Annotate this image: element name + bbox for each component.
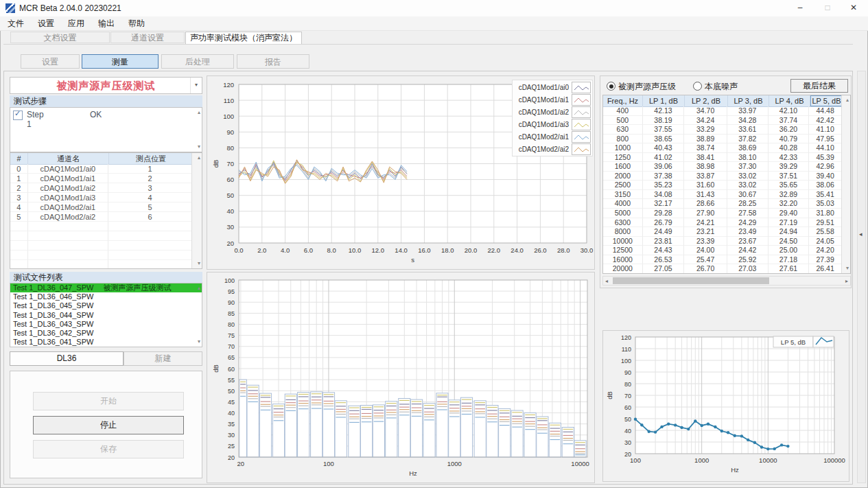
radio-background-noise[interactable]: 本底噪声 xyxy=(693,82,738,93)
table-row[interactable]: 125041.0238.4138.1042.3345.39 xyxy=(603,153,842,163)
list-item[interactable]: Test 1_DL36_044_SPW xyxy=(10,311,202,320)
table-row[interactable]: 0cDAQ1Mod1/ai01 xyxy=(10,164,192,174)
svg-text:40: 40 xyxy=(624,428,631,434)
radio-measured-source[interactable]: 被测声源声压级 xyxy=(607,82,676,93)
lp-column-header[interactable]: Freq., Hz xyxy=(603,95,643,106)
lp-table-hscrollbar[interactable]: ◂ ▸ xyxy=(602,276,851,286)
start-button[interactable]: 开始 xyxy=(33,392,184,410)
channel-table-scrollbar[interactable]: ▴ ▾ xyxy=(191,153,202,268)
cell: 0 xyxy=(10,164,28,174)
final-result-button[interactable]: 最后结果 xyxy=(790,79,848,93)
steps-list[interactable]: ✓ Step 1 OK ▴ ▾ xyxy=(10,107,202,152)
test-type-dropdown[interactable]: 被测声源声压级测试 ▾ xyxy=(10,77,202,94)
tab-report[interactable]: 报告 xyxy=(237,54,309,69)
tab-channel-settings[interactable]: 通道设置 xyxy=(110,32,185,43)
table-row[interactable]: 2cDAQ1Mod1/ai23 xyxy=(10,183,192,193)
scroll-down-icon[interactable]: ▾ xyxy=(198,144,200,150)
stop-button[interactable]: 停止 xyxy=(33,416,184,434)
new-file-button[interactable]: 新建 xyxy=(124,351,202,366)
list-item[interactable]: Test 1_DL36_047_SPW被测声源声压级测试 xyxy=(10,283,202,292)
svg-text:dB: dB xyxy=(606,391,613,399)
cell: 31.80 xyxy=(809,209,842,218)
menu-output[interactable]: 输出 xyxy=(91,16,121,30)
scroll-down-icon[interactable]: ▾ xyxy=(198,261,200,266)
scroll-right-icon[interactable]: ▸ xyxy=(845,277,848,285)
device-dl36-button[interactable]: DL36 xyxy=(10,351,124,366)
table-row[interactable]: 40042.1334.7033.9742.1044.48 xyxy=(603,106,842,116)
table-row[interactable]: 315034.0831.4330.6732.8935.41 xyxy=(603,190,842,200)
table-row[interactable]: 1000023.8123.3923.6724.5024.05 xyxy=(603,237,842,246)
run-control-groupbox: 开始 停止 保存 xyxy=(10,371,202,478)
lp-column-header[interactable]: LP 3, dB xyxy=(728,95,769,106)
table-row[interactable]: 63037.5533.2933.6136.2041.10 xyxy=(603,125,842,135)
scroll-up-icon[interactable]: ▴ xyxy=(198,110,200,115)
cell: 3 xyxy=(10,193,28,202)
lp-column-header[interactable]: LP 2, dB xyxy=(685,95,728,106)
tab-sound-power-module[interactable]: 声功率测试模块（消声室法） xyxy=(185,32,302,44)
svg-text:2.0: 2.0 xyxy=(257,246,266,254)
hscroll-thumb[interactable] xyxy=(613,277,769,284)
table-row[interactable]: 1250024.4324.0024.4225.0024.20 xyxy=(603,246,842,255)
table-row[interactable]: 630026.7924.2124.2927.1929.51 xyxy=(603,218,842,228)
list-item[interactable]: Test 1_DL36_041_SPW xyxy=(10,338,202,347)
lp-column-header[interactable]: LP 5, dB xyxy=(810,95,843,106)
table-row[interactable]: 500029.2827.9027.5829.4031.80 xyxy=(603,209,842,218)
table-row[interactable]: 5cDAQ1Mod2/ai26 xyxy=(10,212,192,222)
list-item[interactable]: Test 1_DL36_045_SPW xyxy=(10,301,202,310)
step-checkbox[interactable]: ✓ xyxy=(13,111,23,120)
tab-document-settings[interactable]: 文档设置 xyxy=(10,32,110,43)
menu-application[interactable]: 应用 xyxy=(61,16,91,30)
scroll-left-icon[interactable]: ◂ xyxy=(605,277,608,285)
svg-text:110: 110 xyxy=(622,346,631,353)
legend-label: cDAQ1Mod1/ai3 xyxy=(519,121,569,128)
radio-off-icon[interactable] xyxy=(693,82,702,91)
cell: 40.43 xyxy=(643,143,685,153)
cell: 23.81 xyxy=(643,237,685,246)
lp-column-header[interactable]: LP 1, dB xyxy=(643,95,685,106)
svg-text:6.0: 6.0 xyxy=(304,246,313,254)
channel-column-header[interactable]: 测点位置 xyxy=(109,153,193,164)
table-row[interactable]: 2000027.0526.7027.0327.6126.41 xyxy=(603,264,842,273)
table-row[interactable]: 400032.1728.6628.2532.2035.03 xyxy=(603,199,842,209)
table-row[interactable]: 80038.6538.8937.8240.7947.95 xyxy=(603,135,842,144)
tab-setup[interactable]: 设置 xyxy=(21,54,80,69)
list-item[interactable]: Test 1_DL36_042_SPW xyxy=(10,329,202,338)
menu-help[interactable]: 帮助 xyxy=(121,16,152,30)
lp-column-header[interactable]: LP 4, dB xyxy=(769,95,810,106)
table-row[interactable]: 160039.0638.9837.3039.2942.96 xyxy=(603,162,842,172)
table-row[interactable]: 200037.3833.8733.0237.5139.40 xyxy=(603,172,842,181)
right-splitter[interactable]: ◂ xyxy=(857,71,866,483)
file-list-label: 测试文件列表 xyxy=(10,272,202,283)
table-row[interactable]: 1cDAQ1Mod1/ai12 xyxy=(10,174,192,183)
channel-column-header[interactable]: # xyxy=(10,153,28,164)
scroll-down-icon[interactable]: ▾ xyxy=(198,339,200,345)
list-item[interactable]: Test 1_DL36_043_SPW xyxy=(10,320,202,329)
table-row[interactable]: 4cDAQ1Mod2/ai15 xyxy=(10,202,192,212)
list-item[interactable]: Test 1_DL36_046_SPW xyxy=(10,292,202,301)
tab-measure[interactable]: 测量 xyxy=(82,54,159,69)
menu-file[interactable]: 文件 xyxy=(1,16,31,30)
table-row[interactable]: 250035.2331.6033.0235.6538.06 xyxy=(603,181,842,190)
table-row[interactable]: 3cDAQ1Mod1/ai34 xyxy=(10,193,192,202)
channel-column-header[interactable]: 通道名 xyxy=(28,153,109,164)
svg-text:22.0: 22.0 xyxy=(488,246,501,254)
scroll-up-icon[interactable]: ▴ xyxy=(198,286,200,291)
table-row[interactable]: 800024.4923.2123.4924.9425.58 xyxy=(603,227,842,237)
radio-on-icon[interactable] xyxy=(607,82,615,91)
close-button[interactable]: ✕ xyxy=(841,0,866,16)
table-row[interactable]: 1600026.5325.4725.9227.1827.39 xyxy=(603,255,842,265)
scroll-up-icon[interactable]: ▴ xyxy=(198,155,200,161)
scroll-down-icon[interactable]: ▾ xyxy=(846,266,849,271)
minimize-button[interactable]: – xyxy=(788,0,812,16)
collapse-left-icon[interactable]: ◂ xyxy=(859,231,863,237)
cell: 27.58 xyxy=(727,209,769,218)
table-row[interactable]: 50038.1934.2434.2837.7442.42 xyxy=(603,116,842,126)
tab-postprocess[interactable]: 后处理 xyxy=(161,54,234,69)
lp-table-vscrollbar[interactable]: ▴ ▾ xyxy=(841,95,850,273)
menu-settings[interactable]: 设置 xyxy=(31,16,61,30)
table-row[interactable]: 100040.4338.7438.6940.2844.10 xyxy=(603,143,842,153)
chevron-down-icon[interactable]: ▾ xyxy=(190,78,202,93)
scroll-up-icon[interactable]: ▴ xyxy=(846,97,849,103)
save-button[interactable]: 保存 xyxy=(33,440,184,458)
maximize-button[interactable]: □ xyxy=(815,0,840,16)
